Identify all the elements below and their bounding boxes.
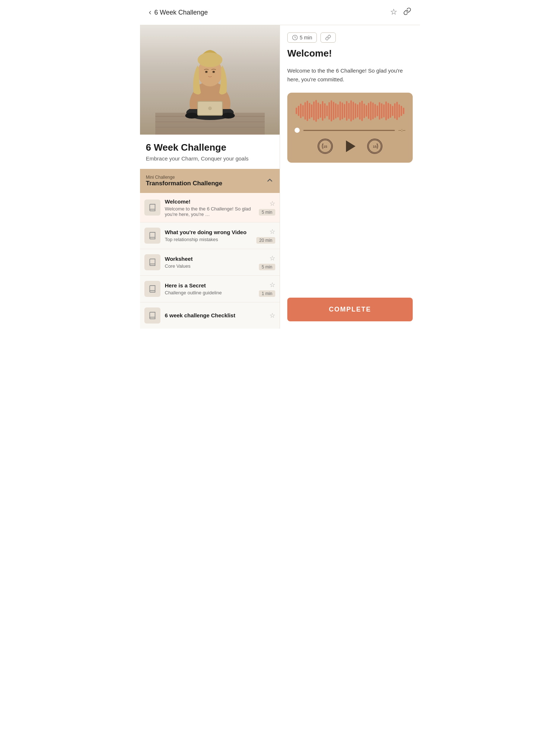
lesson-desc: Challenge outline guideline (165, 290, 259, 295)
lesson-name: Worksheet (165, 255, 259, 263)
star-icon[interactable]: ☆ (269, 281, 275, 289)
lesson-desc: Welcome to the the 6 Challenge! So glad … (165, 206, 259, 217)
lesson-meta: ☆ 20 min (256, 228, 275, 244)
star-icon[interactable]: ☆ (269, 254, 275, 262)
complete-button[interactable]: COMPLETE (287, 298, 413, 321)
svg-point-11 (208, 107, 212, 110)
audio-controls: 15 15 (295, 139, 405, 154)
section-title: Transformation Challenge (146, 180, 222, 187)
content-title: Welcome! (287, 48, 413, 59)
main-layout: 6 Week Challenge Embrace your Charm, Con… (140, 25, 420, 329)
lesson-item[interactable]: Welcome! Welcome to the the 6 Challenge!… (140, 193, 280, 222)
bookmark-icon[interactable]: ☆ (390, 7, 397, 18)
header-title: 6 Week Challenge (154, 9, 208, 16)
svg-point-7 (185, 113, 198, 119)
duration-badge: 20 min (256, 237, 275, 244)
lesson-item[interactable]: Worksheet Core Values ☆ 5 min (140, 249, 280, 276)
lesson-info: Welcome! Welcome to the the 6 Challenge!… (165, 198, 259, 217)
lesson-item[interactable]: Here is a Secret Challenge outline guide… (140, 276, 280, 302)
chevron-up-icon (266, 176, 274, 186)
section-header-text: Mini Challenge Transformation Challenge (146, 175, 222, 187)
star-icon[interactable]: ☆ (269, 228, 275, 236)
lesson-name: What you're doing wrong Video (165, 229, 256, 236)
lesson-info: Worksheet Core Values (165, 255, 259, 269)
waveform (295, 100, 405, 122)
duration-tag: 5 min (287, 32, 317, 43)
course-title: 6 Week Challenge (146, 142, 274, 153)
lesson-name: 6 week challenge Checklist (165, 312, 269, 319)
app-header: ‹ 6 Week Challenge ☆ (140, 0, 420, 25)
lesson-info: What you're doing wrong Video Top relati… (165, 229, 256, 242)
right-column: 5 min Welcome! Welcome to the the 6 Chal… (280, 25, 420, 329)
forward-button[interactable]: 15 (367, 139, 382, 154)
content-description: Welcome to the the 6 Challenge! So glad … (287, 66, 413, 84)
back-button[interactable]: ‹ (149, 8, 151, 17)
left-column: 6 Week Challenge Embrace your Charm, Con… (140, 25, 280, 329)
audio-player: --:-- 15 (287, 93, 413, 163)
header-icons: ☆ (390, 7, 411, 18)
lesson-item[interactable]: 6 week challenge Checklist ☆ (140, 302, 280, 329)
duration-tag-label: 5 min (300, 35, 312, 40)
section-header[interactable]: Mini Challenge Transformation Challenge (140, 169, 280, 193)
link-icon[interactable] (403, 7, 411, 18)
header-left: ‹ 6 Week Challenge (149, 8, 208, 17)
lesson-icon (144, 228, 160, 244)
play-button[interactable] (345, 140, 355, 152)
tags-row: 5 min (287, 32, 413, 43)
lesson-item[interactable]: What you're doing wrong Video Top relati… (140, 222, 280, 249)
duration-badge: 5 min (259, 264, 275, 270)
star-icon[interactable]: ☆ (269, 311, 275, 320)
lesson-desc: Top relationship mistakes (165, 237, 256, 242)
lesson-name: Here is a Secret (165, 282, 259, 289)
lesson-info: Here is a Secret Challenge outline guide… (165, 282, 259, 295)
lesson-desc: Core Values (165, 263, 259, 269)
course-subtitle: Embrace your Charm, Conquer your goals (146, 155, 274, 162)
svg-text:15: 15 (373, 144, 377, 148)
lesson-icon (144, 307, 160, 324)
lesson-icon (144, 281, 160, 297)
play-icon (346, 140, 355, 152)
svg-point-8 (222, 113, 235, 119)
lesson-info: 6 week challenge Checklist (165, 312, 269, 319)
progress-dot (295, 128, 300, 133)
hero-image (140, 25, 280, 135)
progress-row[interactable]: --:-- (295, 128, 405, 133)
svg-point-17 (205, 71, 207, 73)
svg-point-18 (213, 71, 215, 73)
duration-badge: 1 min (259, 290, 275, 297)
complete-section: COMPLETE (287, 298, 413, 321)
lesson-meta: ☆ 5 min (259, 200, 275, 216)
duration-badge: 5 min (259, 209, 275, 216)
progress-time: --:-- (398, 128, 405, 133)
lesson-name: Welcome! (165, 198, 259, 205)
star-icon[interactable]: ☆ (269, 200, 275, 208)
rewind-button[interactable]: 15 (318, 139, 333, 154)
lesson-list: Welcome! Welcome to the the 6 Challenge!… (140, 193, 280, 329)
lesson-meta: ☆ 5 min (259, 254, 275, 270)
lesson-meta: ☆ 1 min (259, 281, 275, 297)
mini-label: Mini Challenge (146, 175, 222, 180)
lesson-icon (144, 254, 160, 270)
svg-point-14 (198, 53, 222, 67)
svg-text:15: 15 (323, 144, 327, 148)
course-info: 6 Week Challenge Embrace your Charm, Con… (140, 135, 280, 169)
spacer (287, 163, 413, 283)
progress-track (303, 130, 395, 131)
lesson-icon (144, 200, 160, 216)
link-tag[interactable] (320, 32, 336, 43)
lesson-meta: ☆ (269, 311, 275, 320)
